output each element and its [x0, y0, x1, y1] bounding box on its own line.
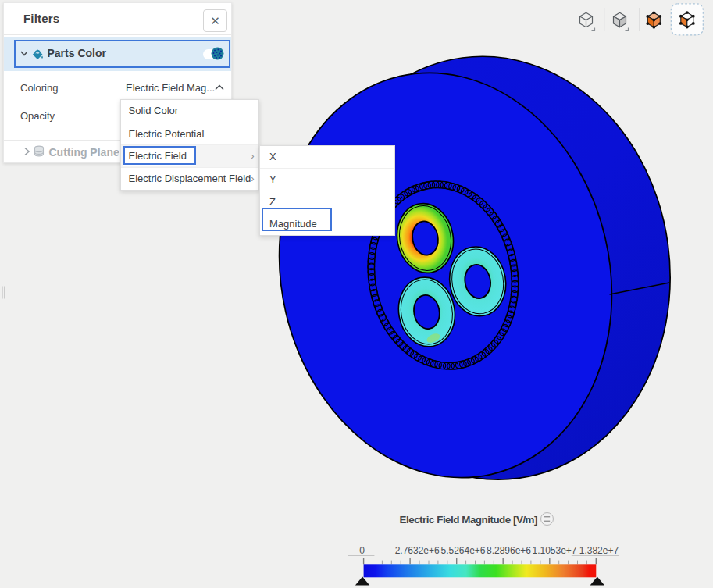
svg-text:8.2896e+6: 8.2896e+6: [487, 545, 531, 556]
svg-text:Electric Field Magnitude [V/m]: Electric Field Magnitude [V/m]: [400, 514, 538, 526]
svg-text:1.1053e+7: 1.1053e+7: [532, 545, 576, 556]
svg-text:0: 0: [359, 545, 365, 556]
svg-text:5.5264e+6: 5.5264e+6: [440, 545, 485, 556]
svg-text:1.382e+7: 1.382e+7: [579, 545, 619, 556]
svg-text:2.7632e+6: 2.7632e+6: [395, 545, 440, 556]
